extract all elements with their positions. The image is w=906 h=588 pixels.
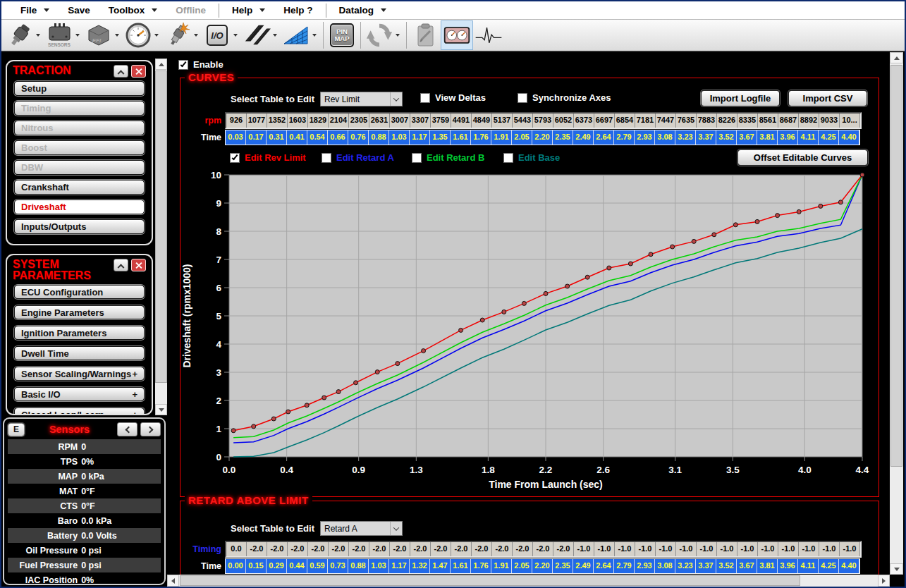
time-cell[interactable]: 4.25 [819,559,839,573]
time-cell[interactable]: 1.76 [471,559,491,573]
time-cell[interactable]: 0.59 [307,559,328,573]
rpm-cell[interactable]: 7883 [697,114,717,128]
time-cell[interactable]: 0.73 [328,559,348,573]
timing-cell[interactable]: -1.0 [840,542,860,556]
rpm-cell[interactable]: 4849 [472,114,492,128]
time-cell[interactable]: 3.96 [778,130,798,145]
time-cell[interactable]: 2.79 [614,130,635,145]
edit-rev-limit-checkbox[interactable] [230,153,240,163]
scrollbar-thumb[interactable] [180,575,800,586]
timing-cell[interactable]: -2.0 [349,542,369,556]
scroll-right-arrow[interactable] [878,575,890,587]
time-cell[interactable]: 1.61 [451,130,471,145]
time-cell[interactable]: 3.52 [716,559,737,573]
curves-chart[interactable]: 0123456789100.00.40.91.31.82.22.63.13.54… [180,169,879,493]
timing-cell[interactable]: -2.0 [308,542,329,556]
menu-item-file[interactable]: File [11,2,59,19]
time-cell[interactable]: 1.35 [430,130,451,145]
gauges-tool-button[interactable] [441,20,473,50]
spark-plug-tool-button[interactable] [162,20,202,50]
time-cell[interactable]: 3.37 [696,559,716,573]
time-cell[interactable]: 0.31 [267,130,287,145]
time-cell[interactable]: 0.03 [226,130,246,145]
rpm-cell[interactable]: 1829 [308,114,329,128]
timing-cell[interactable]: -1.0 [799,542,819,556]
timing-cell[interactable]: -1.0 [819,542,840,556]
rpm-cell[interactable]: 5793 [533,114,553,128]
timing-cell[interactable]: -1.0 [717,542,737,556]
scrollbar-thumb[interactable] [890,65,902,467]
tool-dropdown-arrow[interactable] [73,34,82,37]
menu-item-datalog[interactable]: Datalog [330,2,396,19]
scroll-up-arrow[interactable] [155,59,167,70]
time-cell[interactable]: 0.76 [348,130,369,145]
time-cell[interactable]: 2.05 [512,130,532,145]
rpm-cell[interactable]: 1603 [288,114,308,128]
system-button-dwell-time[interactable]: Dwell Time [14,346,145,360]
rpm-cell[interactable]: 8226 [717,114,737,128]
time-cell[interactable]: 3.37 [696,130,716,145]
scrollbar-thumb[interactable] [155,71,167,383]
time-cell[interactable]: 4.25 [819,130,839,145]
scroll-down-arrow[interactable] [155,404,167,415]
rpm-cell[interactable]: 8892 [799,114,819,128]
io-tool-button[interactable]: I/O [202,20,241,50]
rpm-cell[interactable]: 9033 [819,114,840,128]
time-cell[interactable]: 3.08 [655,559,675,573]
sensors-prev-button[interactable] [117,422,137,436]
rpm-cell[interactable]: 6052 [553,114,574,128]
timing-cell[interactable]: -2.0 [329,542,349,556]
timing-cell[interactable]: -2.0 [492,542,513,556]
tool-dropdown-arrow[interactable] [231,34,240,37]
edit-base-checkbox[interactable] [503,153,513,163]
rpm-cell[interactable]: 8561 [758,114,778,128]
timing-cell[interactable]: -1.0 [737,542,758,556]
time-cell[interactable]: 0.44 [287,559,307,573]
time-cell[interactable]: 0.00 [226,559,246,573]
time-cell[interactable]: 4.40 [839,559,859,573]
time-cell[interactable]: 2.64 [594,130,614,145]
rpm-cell[interactable]: 7181 [635,114,656,128]
system-button-engine-parameters[interactable]: Engine Parameters [14,305,145,319]
timing-cell[interactable]: -2.0 [390,542,410,556]
timing-cell[interactable]: -1.0 [656,542,676,556]
time-cell[interactable]: 2.49 [573,130,594,145]
rpm-cell[interactable]: 7447 [656,114,676,128]
rpm-cell[interactable]: 2305 [349,114,369,128]
time-cell[interactable]: 3.96 [778,559,798,573]
combo-dropdown-arrow[interactable] [390,92,402,106]
enable-checkbox[interactable] [178,60,188,70]
system-button-closed-loop-learn[interactable]: Closed Loop/Learn+ [14,408,145,415]
scroll-down-arrow[interactable] [890,563,903,575]
time-cell[interactable]: 3.23 [675,130,696,145]
rpm-cell[interactable]: 8687 [778,114,799,128]
tool-dropdown-arrow[interactable] [34,34,42,37]
time-cell[interactable]: 2.79 [614,559,635,573]
time-cell[interactable]: 0.88 [369,130,389,145]
tool-dropdown-arrow[interactable] [192,34,200,37]
timing-cell[interactable]: -1.0 [778,542,799,556]
time-cell[interactable]: 2.93 [635,559,655,573]
timing-cell[interactable]: -1.0 [697,542,717,556]
menu-item-help[interactable]: Help [223,2,274,19]
time-cell[interactable]: 4.40 [839,130,859,145]
time-cell[interactable]: 1.91 [491,559,512,573]
time-cell[interactable]: 0.17 [246,130,267,145]
menu-item-save[interactable]: Save [59,2,99,19]
time-cell[interactable]: 3.81 [757,130,778,145]
offset-editable-curves-button[interactable]: Offset Editable Curves [737,149,868,166]
timing-cell[interactable]: -2.0 [431,542,451,556]
time-cell[interactable]: 1.17 [389,559,410,573]
combo-dropdown-arrow[interactable] [390,522,402,535]
rpm-cell[interactable]: 1077 [247,114,267,128]
rpm-cell[interactable]: 6697 [594,114,615,128]
menu-item-toolbox[interactable]: Toolbox [99,2,167,19]
scroll-up-arrow[interactable] [890,52,903,63]
synchronize-axes-checkbox[interactable] [518,93,527,103]
rpm-cell[interactable]: 6854 [615,114,635,128]
system-button-basic-i-o[interactable]: Basic I/O+ [14,387,145,401]
rpm-cell[interactable]: 7635 [676,114,697,128]
time-cell[interactable]: 2.05 [512,559,532,573]
traction-button-driveshaft[interactable]: Driveshaft [14,200,145,214]
time-cell[interactable]: 3.67 [737,130,757,145]
